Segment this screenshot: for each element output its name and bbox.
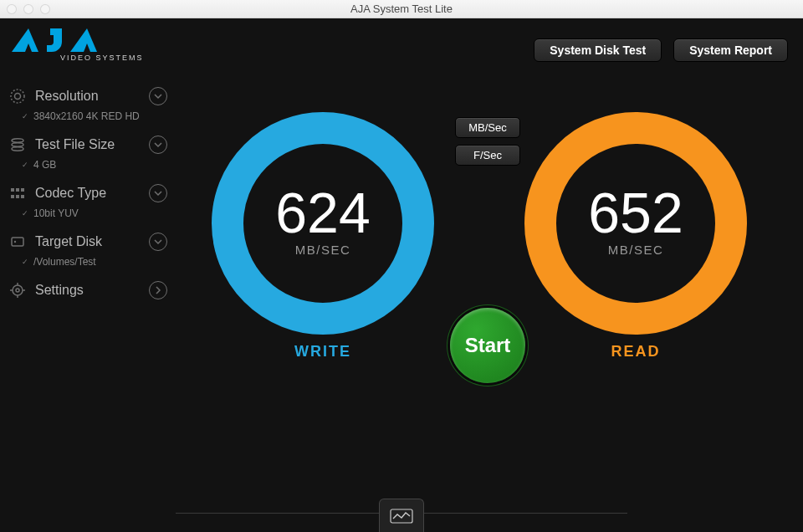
chart-icon [390,509,413,524]
window-title: AJA System Test Lite [0,3,803,15]
system-report-button[interactable]: System Report [673,38,788,62]
target-disk-label: Target Disk [35,234,141,249]
svg-point-5 [12,143,23,146]
read-label: READ [510,343,761,361]
test-file-size-label: Test File Size [35,137,141,152]
minimize-window-icon[interactable] [23,4,33,14]
target-disk-value: /Volumes/Test [8,254,167,274]
chevron-down-icon [149,184,167,202]
chart-drawer-toggle[interactable] [379,499,424,532]
resolution-value: 3840x2160 4K RED HD [8,109,167,129]
write-label: WRITE [197,343,448,361]
codec-type-label: Codec Type [35,186,141,201]
resolution-label: Resolution [35,89,141,104]
svg-rect-11 [16,195,19,198]
gear-icon [8,281,27,299]
svg-rect-8 [16,188,19,192]
chevron-down-icon [149,136,167,154]
write-gauge: 624 MB/SEC WRITE [197,112,448,361]
start-button-wrap: Start [450,308,525,383]
svg-point-16 [16,289,19,292]
system-disk-test-button[interactable]: System Disk Test [534,38,662,62]
svg-rect-9 [21,188,24,192]
sidebar-target-disk[interactable]: Target Disk /Volumes/Test [8,229,167,274]
sidebar-codec-type[interactable]: Codec Type 10bit YUV [8,181,167,226]
settings-sidebar: Resolution 3840x2160 4K RED HD Test File… [8,84,167,306]
sidebar-resolution[interactable]: Resolution 3840x2160 4K RED HD [8,84,167,129]
svg-marker-0 [12,28,38,52]
write-value: 624 [275,184,370,241]
read-ring: 652 MB/SEC [524,112,747,335]
write-unit: MB/SEC [295,243,351,257]
svg-point-6 [12,147,23,151]
aja-logo: VIDEO SYSTEMS [10,25,144,62]
zoom-window-icon[interactable] [40,4,50,14]
traffic-lights [0,4,50,14]
codec-icon [8,184,27,202]
mac-titlebar: AJA System Test Lite [0,0,803,18]
svg-rect-13 [12,238,23,246]
write-ring: 624 MB/SEC [212,112,434,335]
disk-icon [8,233,27,251]
sidebar-test-file-size[interactable]: Test File Size 4 GB [8,132,167,177]
resolution-icon [8,87,27,105]
chevron-down-icon [149,87,167,105]
sidebar-settings[interactable]: Settings [8,278,167,303]
svg-point-15 [13,285,23,295]
read-value: 652 [588,184,683,241]
app-body: VIDEO SYSTEMS System Disk Test System Re… [0,18,803,532]
svg-marker-1 [70,28,97,52]
file-stack-icon [8,136,27,154]
read-gauge: 652 MB/SEC READ [510,112,761,361]
svg-rect-12 [21,195,24,198]
chevron-right-icon [149,281,167,299]
svg-point-2 [11,90,24,103]
test-file-size-value: 4 GB [8,157,167,177]
read-unit: MB/SEC [608,243,664,257]
svg-point-3 [15,94,21,100]
top-buttons: System Disk Test System Report [534,38,788,62]
bottom-drawer [0,492,803,532]
start-button[interactable]: Start [450,308,525,383]
svg-point-4 [12,139,23,142]
close-window-icon[interactable] [7,4,17,14]
settings-label: Settings [35,283,141,298]
codec-type-value: 10bit YUV [8,206,167,226]
aja-logo-mark [10,25,119,55]
svg-rect-7 [11,188,14,192]
logo-subtext: VIDEO SYSTEMS [60,54,144,62]
chevron-down-icon [149,233,167,251]
svg-point-14 [14,241,16,243]
svg-rect-10 [11,195,14,198]
